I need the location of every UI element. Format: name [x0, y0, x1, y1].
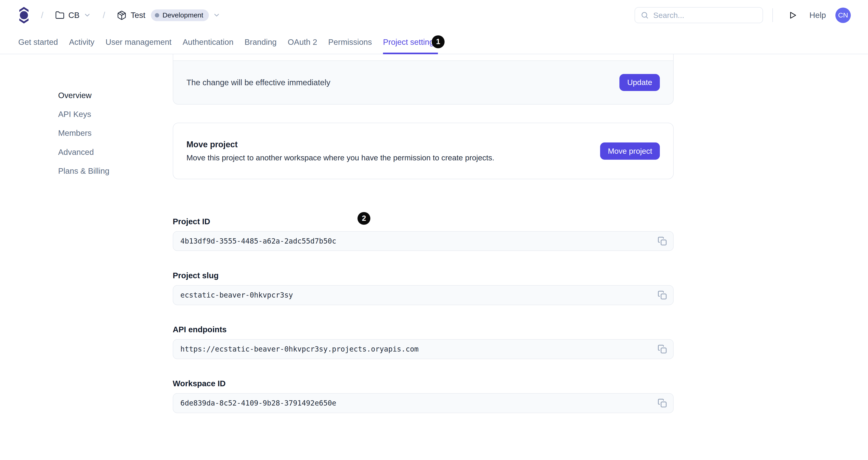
user-avatar[interactable]: CN [835, 7, 851, 23]
tab[interactable]: Authentication [183, 31, 234, 54]
field-group: Workspace ID 6de839da-8c52-4109-9b28-379… [173, 379, 674, 413]
update-note: The change will be effective immediately [187, 78, 330, 87]
chevron-down-icon [84, 11, 91, 19]
search-icon [641, 11, 649, 19]
folder-icon [55, 10, 65, 20]
sidebar-item[interactable]: Members [58, 128, 110, 137]
copy-button[interactable] [654, 287, 671, 303]
copy-button[interactable] [654, 341, 671, 357]
tab[interactable]: Project settings [383, 31, 438, 54]
field-value-box: 6de839da-8c52-4109-9b28-3791492e650e [173, 393, 674, 413]
tab[interactable]: Permissions [328, 31, 372, 54]
environment-badge: Development [151, 9, 209, 21]
workspace-switcher[interactable]: CB [55, 10, 91, 20]
tab[interactable]: Branding [244, 31, 277, 54]
environment-dot-icon [155, 13, 159, 18]
annotation-marker-2: 2 [358, 212, 370, 225]
header-divider [772, 8, 773, 22]
header-actions: Help CN [634, 7, 851, 23]
copy-icon [657, 237, 667, 246]
move-project-text: Move project Move this project to anothe… [187, 140, 494, 162]
tab[interactable]: User management [105, 31, 172, 54]
move-project-description: Move this project to another workspace w… [187, 153, 494, 162]
project-name: Test [131, 10, 146, 20]
project-fields: Project ID 4b13df9d-3555-4485-a62a-2adc5… [173, 217, 674, 413]
settings-sidebar: Overview API Keys Members Advanced Plans… [58, 91, 110, 176]
update-card-footer: The change will be effective immediately… [173, 61, 673, 104]
app-root: / CB / Test Development [0, 0, 868, 460]
copy-button[interactable] [654, 233, 671, 249]
field-value: 4b13df9d-3555-4485-a62a-2adc55d7b50c [180, 237, 336, 245]
tab[interactable]: Activity [69, 31, 94, 54]
search-input[interactable] [653, 11, 747, 20]
tab[interactable]: Get started [19, 31, 58, 54]
move-project-title: Move project [187, 140, 494, 149]
move-project-card: Move project Move this project to anothe… [173, 123, 674, 179]
annotation-marker-1: 1 [432, 35, 444, 48]
sidebar-item[interactable]: Plans & Billing [58, 166, 110, 176]
field-label: Workspace ID [173, 379, 674, 388]
move-project-button[interactable]: Move project [600, 143, 660, 160]
update-button[interactable]: Update [619, 74, 660, 91]
copy-icon [657, 344, 667, 354]
field-group: Project ID 4b13df9d-3555-4485-a62a-2adc5… [173, 217, 674, 251]
breadcrumb-separator: / [41, 10, 43, 20]
breadcrumb-separator: / [103, 10, 105, 20]
content-area: Overview API Keys Members Advanced Plans… [0, 54, 868, 460]
play-icon [788, 10, 797, 20]
package-icon [117, 10, 127, 20]
field-value-box: https://ecstatic-beaver-0hkvpcr3sy.proje… [173, 339, 674, 359]
field-group: Project slug ecstatic-beaver-0hkvpcr3sy [173, 271, 674, 305]
copy-button[interactable] [654, 395, 671, 411]
copy-icon [657, 398, 667, 408]
help-link[interactable]: Help [809, 10, 826, 20]
field-group: API endpoints https://ecstatic-beaver-0h… [173, 325, 674, 359]
main-column: The change will be effective immediately… [173, 54, 674, 413]
field-value-box: 4b13df9d-3555-4485-a62a-2adc55d7b50c [173, 231, 674, 251]
field-label: Project ID [173, 217, 674, 226]
field-label: Project slug [173, 271, 674, 280]
update-card-body [173, 54, 673, 61]
copy-icon [657, 290, 667, 300]
chevron-down-icon [213, 11, 221, 19]
update-card: The change will be effective immediately… [173, 54, 674, 104]
tab[interactable]: OAuth 2 [288, 31, 317, 54]
field-value: ecstatic-beaver-0hkvpcr3sy [180, 291, 293, 299]
sidebar-item[interactable]: API Keys [58, 110, 110, 119]
field-value: 6de839da-8c52-4109-9b28-3791492e650e [180, 399, 336, 407]
sidebar-item[interactable]: Overview [58, 91, 110, 100]
ory-logo[interactable] [19, 7, 29, 24]
field-value: https://ecstatic-beaver-0hkvpcr3sy.proje… [180, 345, 418, 353]
environment-label: Development [162, 11, 203, 19]
project-switcher[interactable]: Test Development [117, 9, 220, 21]
breadcrumb: / CB / Test Development [19, 7, 221, 24]
run-button[interactable] [788, 10, 797, 20]
sidebar-item[interactable]: Advanced [58, 148, 110, 157]
search-box[interactable] [634, 7, 763, 23]
workspace-name: CB [68, 10, 80, 20]
ory-logo-icon [19, 7, 29, 24]
field-value-box: ecstatic-beaver-0hkvpcr3sy [173, 285, 674, 305]
field-label: API endpoints [173, 325, 674, 334]
header: / CB / Test Development [0, 0, 868, 31]
